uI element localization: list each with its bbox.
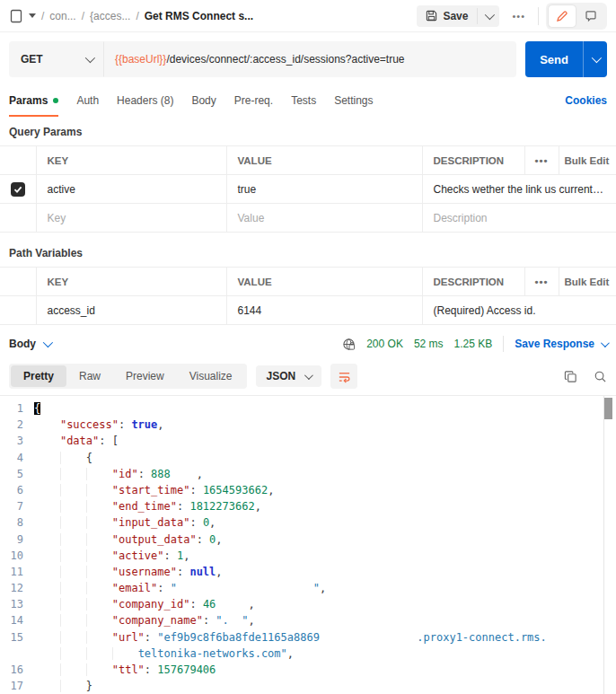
code-text: { <box>34 450 616 466</box>
code-line[interactable]: 2 "success": true, <box>0 417 616 433</box>
tab-headers-8-[interactable]: Headers (8) <box>108 84 182 117</box>
code-line[interactable]: 15 "url": "ef9b9c8f6ba8fde1165a8869 .pro… <box>0 629 616 646</box>
tab-pre-req-[interactable]: Pre-req. <box>225 84 282 117</box>
key-input[interactable]: Key <box>36 204 226 233</box>
line-number: 16 <box>0 662 34 678</box>
code-line[interactable]: 5 "id": 888 , <box>0 466 616 482</box>
save-button-group: Save <box>417 5 499 27</box>
response-body-viewer[interactable]: 1{2 "success": true,3 "data": [4 {5 "id"… <box>0 395 616 694</box>
code-line[interactable]: 10 "active": 1, <box>0 548 616 564</box>
value-cell[interactable]: true <box>226 175 422 204</box>
code-line[interactable]: teltonika-networks.com", <box>0 646 616 662</box>
placeholder-row: KeyValueDescription <box>0 204 616 233</box>
code-text: "success": true, <box>34 417 616 433</box>
code-line[interactable]: 13 "company_id": 46 , <box>0 596 616 612</box>
save-dropdown-button[interactable] <box>477 8 499 24</box>
method-label: GET <box>21 53 43 66</box>
send-dropdown-button[interactable] <box>583 41 607 77</box>
code-line[interactable]: 4 { <box>0 450 616 466</box>
text-cursor: { <box>34 402 40 415</box>
checkbox-cell[interactable] <box>0 175 36 204</box>
scrollbar-thumb[interactable] <box>604 398 612 419</box>
line-number: 7 <box>0 498 34 514</box>
format-dropdown[interactable]: JSON <box>256 365 322 387</box>
tab-settings[interactable]: Settings <box>325 84 382 117</box>
status-code[interactable]: 200 OK <box>366 338 403 350</box>
header-checkbox-cell <box>0 268 36 296</box>
copy-button[interactable] <box>564 370 577 383</box>
send-button-group: Send <box>525 41 607 77</box>
code-line[interactable]: 7 "end_time": 1812273662, <box>0 498 616 514</box>
postman-request-window: / con... / {acces... / Get RMS Connect s… <box>0 0 616 694</box>
globe-lock-icon <box>342 338 356 351</box>
tab-body[interactable]: Body <box>182 84 224 117</box>
code-line[interactable]: 14 "company_name": ". ", <box>0 612 616 628</box>
view-visualize[interactable]: Visualize <box>177 365 245 387</box>
line-number: 11 <box>0 564 34 580</box>
bulk-edit-button[interactable]: Bulk Edit <box>559 146 616 175</box>
response-time[interactable]: 52 ms <box>414 338 444 350</box>
column-options-button[interactable]: ••• <box>524 268 559 296</box>
value-input[interactable]: Value <box>226 204 422 233</box>
search-button[interactable] <box>594 370 607 383</box>
column-options-button[interactable]: ••• <box>524 146 559 175</box>
checkbox-cell[interactable] <box>0 204 36 233</box>
view-pretty[interactable]: Pretty <box>11 365 66 387</box>
request-title[interactable]: Get RMS Connect s... <box>145 10 253 22</box>
save-button[interactable]: Save <box>417 5 477 27</box>
response-body-dropdown[interactable]: Body <box>9 338 50 350</box>
code-text: "output_data": 0, <box>34 531 616 548</box>
key-cell[interactable]: access_id <box>36 296 226 325</box>
edit-pencil-icon <box>556 10 568 22</box>
method-dropdown[interactable]: GET <box>9 41 104 77</box>
key-cell[interactable]: active <box>36 175 226 204</box>
line-number: 6 <box>0 482 34 498</box>
chevron-down-icon[interactable] <box>29 13 36 18</box>
bulk-edit-button[interactable]: Bulk Edit <box>559 268 616 296</box>
code-line[interactable]: 8 "input_data": 0, <box>0 514 616 531</box>
description-input[interactable]: Description <box>422 204 616 233</box>
value-cell[interactable]: 6144 <box>226 296 422 325</box>
chevron-down-icon <box>85 53 95 63</box>
description-cell[interactable]: (Required) Access id. <box>422 296 616 325</box>
view-preview[interactable]: Preview <box>113 365 177 387</box>
url-input[interactable]: {{baseUrl}}/devices/connect/:access_id/s… <box>104 41 516 77</box>
line-number: 9 <box>0 531 34 548</box>
url-row: GET {{baseUrl}}/devices/connect/:access_… <box>0 32 616 84</box>
tab-tests[interactable]: Tests <box>282 84 325 117</box>
code-line[interactable]: 1{ <box>0 400 616 417</box>
code-text: "url": "ef9b9c8f6ba8fde1165a8869 .proxy1… <box>34 629 616 646</box>
code-line[interactable]: 6 "start_time": 1654593662, <box>0 482 616 498</box>
line-number: 15 <box>0 629 34 646</box>
description-cell[interactable]: Checks wether the link us currently.. <box>422 175 616 204</box>
line-number: 13 <box>0 596 34 612</box>
request-file-icon[interactable] <box>9 9 23 23</box>
line-number: 12 <box>0 580 34 596</box>
send-button[interactable]: Send <box>525 41 583 77</box>
cookies-link[interactable]: Cookies <box>565 94 607 107</box>
tab-params[interactable]: Params <box>9 84 67 117</box>
breadcrumb-collection[interactable]: con... <box>49 10 75 22</box>
checkbox-cell[interactable] <box>0 296 36 325</box>
code-line[interactable]: 17 } <box>0 678 616 694</box>
save-response-button[interactable]: Save Response <box>515 338 607 350</box>
row-checkbox[interactable] <box>11 182 25 197</box>
comment-button[interactable] <box>577 5 604 27</box>
code-line[interactable]: 11 "username": null, <box>0 564 616 580</box>
tab-auth[interactable]: Auth <box>67 84 108 117</box>
breadcrumb-folder[interactable]: {acces... <box>90 10 130 22</box>
code-text: "input_data": 0, <box>34 514 616 531</box>
code-line[interactable]: 3 "data": [ <box>0 433 616 449</box>
code-text: "ttl": 157679406 <box>34 662 616 678</box>
code-line[interactable]: 12 "email": " ", <box>0 580 616 596</box>
line-number: 3 <box>0 433 34 449</box>
view-raw[interactable]: Raw <box>66 365 113 387</box>
line-number: 17 <box>0 678 34 694</box>
url-variable: {{baseUrl}} <box>115 53 166 66</box>
wrap-text-button[interactable] <box>330 364 357 389</box>
edit-request-button[interactable] <box>549 5 576 27</box>
more-options-button[interactable]: ••• <box>506 7 531 25</box>
code-line[interactable]: 9 "output_data": 0, <box>0 531 616 548</box>
response-size[interactable]: 1.25 KB <box>454 338 493 350</box>
code-line[interactable]: 16 "ttl": 157679406 <box>0 662 616 678</box>
